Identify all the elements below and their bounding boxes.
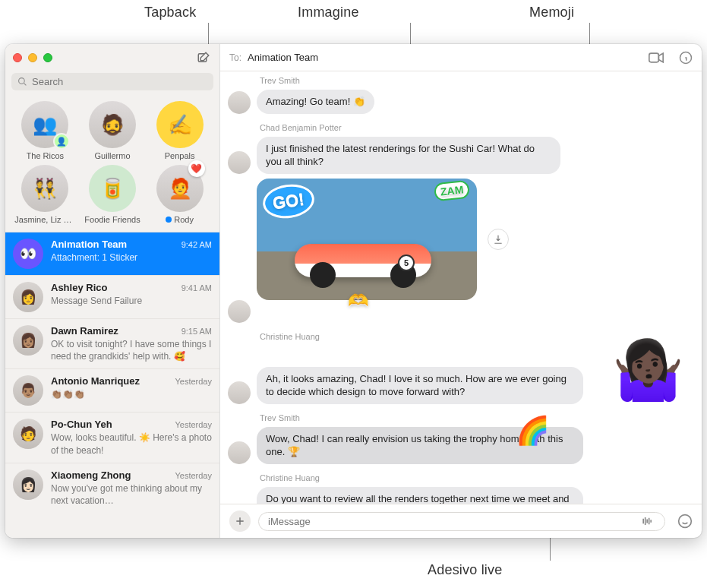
to-name: Animation Team xyxy=(248,52,318,63)
sub-avatar: 👤 xyxy=(53,133,70,150)
facetime-button[interactable] xyxy=(649,52,664,63)
conversation-item[interactable]: 👨🏽Antonio ManriquezYesterday👏🏽👏🏽👏🏽 xyxy=(5,368,219,412)
compose-icon xyxy=(197,51,210,65)
pinned-conversation[interactable]: 🧑‍🦰❤️Rody xyxy=(146,165,213,224)
avatar xyxy=(228,151,251,174)
download-button[interactable] xyxy=(488,229,509,250)
minimize-button[interactable] xyxy=(28,53,37,62)
pinned-label: Guillermo xyxy=(94,151,130,160)
waveform-icon xyxy=(640,516,655,526)
message-row: I just finished the latest renderings fo… xyxy=(228,137,690,174)
avatar xyxy=(228,91,251,114)
sender-label: Trev Smith xyxy=(260,76,690,85)
conversation-item[interactable]: 👩Ashley Rico9:41 AMMessage Send Failure xyxy=(5,275,219,318)
conversation-body: Po-Chun YehYesterdayWow, looks beautiful… xyxy=(51,419,212,456)
callout-live-sticker: Adesivo live xyxy=(428,562,502,578)
pinned-avatar: ✍️ xyxy=(156,101,204,148)
conversation-time: Yesterday xyxy=(175,471,212,480)
avatar: 👩🏻 xyxy=(13,469,43,500)
pinned-conversation[interactable]: 👥👤The Ricos xyxy=(11,101,79,160)
heart-hands-sticker: 🫶 xyxy=(348,291,368,311)
svg-rect-2 xyxy=(649,53,659,62)
avatar: 👀 xyxy=(13,239,43,269)
conversation-time: 9:15 AM xyxy=(181,327,212,336)
to-label: To: xyxy=(229,52,241,63)
svg-point-1 xyxy=(19,78,25,84)
pinned-avatar: 🥫 xyxy=(89,165,136,212)
pinned-conversation[interactable]: 🥫Foodie Friends xyxy=(79,165,147,224)
audio-message-button[interactable] xyxy=(640,516,655,526)
window-titlebar xyxy=(5,44,219,71)
details-button[interactable] xyxy=(679,51,693,65)
conversation-preview: Wow, looks beautiful. ☀️ Here's a photo … xyxy=(51,432,212,456)
video-icon xyxy=(649,52,664,63)
pinned-label: Penpals xyxy=(165,151,195,160)
pinned-conversation[interactable]: 👯Jasmine, Liz &… xyxy=(11,165,79,224)
unread-dot xyxy=(166,217,172,223)
pinned-avatar: 🧔 xyxy=(89,101,136,148)
memoji-sticker[interactable]: 🤷🏿‍♀️ xyxy=(606,328,690,412)
callout-image: Immagine xyxy=(298,5,359,21)
conversation-panel: To: Animation Team Trev Smith Amazing! G… xyxy=(220,44,702,538)
message-input[interactable] xyxy=(268,516,636,527)
avatar: 🧑 xyxy=(13,419,43,449)
message-row: Do you want to review all the renders to… xyxy=(228,487,690,504)
go-sticker: GO! xyxy=(260,181,316,221)
apps-button[interactable] xyxy=(229,511,251,532)
info-icon xyxy=(679,51,693,65)
pinned-conversation[interactable]: ✍️Penpals xyxy=(146,101,213,160)
search-input[interactable] xyxy=(32,76,207,87)
pinned-avatar: 👥👤 xyxy=(21,101,68,148)
zoom-button[interactable] xyxy=(43,53,52,62)
plus-icon xyxy=(235,516,245,526)
conversation-preview: OK to visit tonight? I have some things … xyxy=(51,338,212,362)
callout-tapback: Tapback xyxy=(144,5,196,21)
message-bubble[interactable]: I just finished the latest renderings fo… xyxy=(257,137,560,174)
compose-button[interactable] xyxy=(195,49,212,66)
conversation-header: To: Animation Team xyxy=(220,44,702,71)
avatar xyxy=(228,441,251,464)
message-composer xyxy=(220,504,702,538)
sender-label: Chad Benjamin Potter xyxy=(260,123,690,132)
pinned-avatar: 👯 xyxy=(21,165,68,212)
smiley-icon xyxy=(677,514,693,529)
close-button[interactable] xyxy=(13,53,22,62)
image-attachment[interactable]: 5 GO! ZAM 🫶 xyxy=(257,179,477,300)
message-bubble[interactable]: Amazing! Go team! 👏 xyxy=(257,90,374,114)
message-row: Amazing! Go team! 👏 xyxy=(228,90,690,114)
conversation-item[interactable]: 👀Animation Team9:42 AMAttachment: 1 Stic… xyxy=(5,232,219,275)
traffic-lights xyxy=(13,53,52,62)
pinned-label: Rody xyxy=(166,215,194,224)
message-bubble[interactable]: Do you want to review all the renders to… xyxy=(257,487,583,504)
message-input-wrap[interactable] xyxy=(258,512,665,531)
conversation-name: Animation Team xyxy=(51,239,127,250)
emoji-picker-button[interactable] xyxy=(677,514,693,529)
conversation-name: Ashley Rico xyxy=(51,282,107,293)
sender-label: Christine Huang xyxy=(260,473,690,482)
pinned-label: Jasmine, Liz &… xyxy=(14,215,75,224)
conversation-item[interactable]: 👩🏻Xiaomeng ZhongYesterdayNow you've got … xyxy=(5,463,219,513)
message-bubble[interactable]: Ah, it looks amazing, Chad! I love it so… xyxy=(257,367,583,404)
message-row xyxy=(228,300,690,323)
conversation-body: Antonio ManriquezYesterday👏🏽👏🏽👏🏽 xyxy=(51,375,212,400)
tapback-badge: ❤️ xyxy=(188,160,205,177)
conversation-time: Yesterday xyxy=(175,420,212,429)
conversation-body: Xiaomeng ZhongYesterdayNow you've got me… xyxy=(51,469,212,507)
conversation-name: Antonio Manriquez xyxy=(51,375,140,387)
rainbow-live-sticker[interactable]: 🌈 xyxy=(516,415,550,447)
sender-label: Trev Smith xyxy=(260,413,690,422)
conversation-item[interactable]: 🧑Po-Chun YehYesterdayWow, looks beautifu… xyxy=(5,412,219,462)
conversation-time: 9:41 AM xyxy=(181,283,212,292)
messages-window: 👥👤The Ricos🧔Guillermo✍️Penpals👯Jasmine, … xyxy=(5,44,702,538)
pinned-conversation[interactable]: 🧔Guillermo xyxy=(79,101,147,160)
conversation-body: Dawn Ramirez9:15 AMOK to visit tonight? … xyxy=(51,325,212,362)
pinned-conversations: 👥👤The Ricos🧔Guillermo✍️Penpals👯Jasmine, … xyxy=(5,96,219,232)
search-icon xyxy=(17,77,27,87)
message-row: Wow, Chad! I can really envision us taki… xyxy=(228,427,690,464)
conversation-time: 9:42 AM xyxy=(181,240,212,249)
avatar xyxy=(228,300,251,323)
conversation-item[interactable]: 👩🏽Dawn Ramirez9:15 AMOK to visit tonight… xyxy=(5,318,219,368)
conversation-time: Yesterday xyxy=(175,377,212,386)
search-field[interactable] xyxy=(11,73,213,90)
pinned-label: The Ricos xyxy=(27,151,65,160)
